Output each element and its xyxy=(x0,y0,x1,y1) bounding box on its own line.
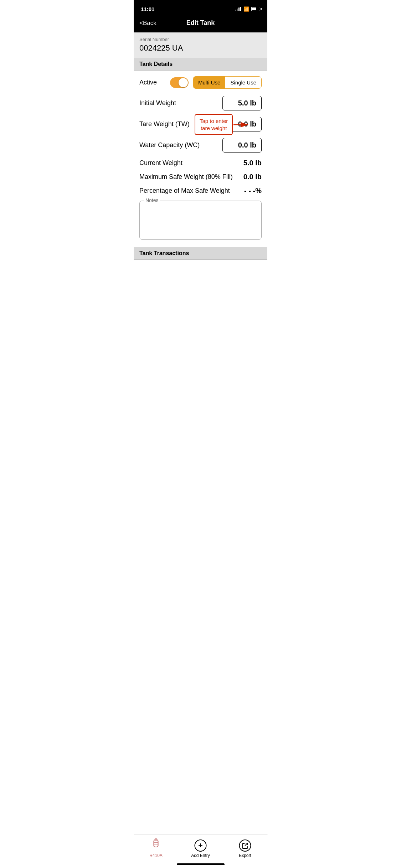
page-title: Edit Tank xyxy=(186,19,215,27)
signal-icon xyxy=(235,7,241,11)
tooltip-box: Tap to entertare weight xyxy=(195,114,233,135)
wifi-icon: 📶 xyxy=(243,6,249,12)
notes-field-wrapper: Notes xyxy=(139,201,262,240)
multi-use-button[interactable]: Multi Use xyxy=(193,77,226,88)
battery-icon xyxy=(251,7,260,11)
use-type-selector: Multi Use Single Use xyxy=(193,76,262,89)
initial-weight-label: Initial Weight xyxy=(139,99,176,107)
percentage-label: Percentage of Max Safe Weight xyxy=(139,187,230,195)
notes-label: Notes xyxy=(144,197,160,203)
active-controls: Multi Use Single Use xyxy=(170,76,262,89)
tare-tooltip: Tap to entertare weight xyxy=(195,114,251,135)
initial-weight-row: Initial Weight 5.0 lb xyxy=(139,96,262,110)
active-toggle[interactable] xyxy=(170,77,189,88)
tank-details-header: Tank Details xyxy=(134,58,267,71)
current-weight-row: Current Weight 5.0 lb xyxy=(139,159,262,167)
status-bar: 11:01 📶 xyxy=(134,0,267,16)
current-weight-value: 5.0 lb xyxy=(243,159,262,167)
back-button[interactable]: <Back xyxy=(139,20,156,27)
max-safe-weight-label: Maximum Safe Weight (80% Fill) xyxy=(139,173,233,181)
serial-number-value: 0024225 UA xyxy=(139,43,262,53)
transactions-area xyxy=(134,260,267,331)
initial-weight-input[interactable]: 5.0 lb xyxy=(222,96,262,110)
status-icons: 📶 xyxy=(235,6,260,12)
status-time: 11:01 xyxy=(141,6,154,12)
tank-transactions-header: Tank Transactions xyxy=(134,247,267,260)
nav-bar: <Back Edit Tank xyxy=(134,16,267,32)
max-safe-weight-row: Maximum Safe Weight (80% Fill) 0.0 lb xyxy=(139,173,262,181)
tare-weight-wrapper: Tare Weight (TW) 0.0 lb Tap to entertare… xyxy=(139,117,262,131)
notes-input[interactable] xyxy=(144,205,257,234)
current-weight-label: Current Weight xyxy=(139,159,182,167)
water-capacity-label: Water Capacity (WC) xyxy=(139,141,200,149)
percentage-row: Percentage of Max Safe Weight - - -% xyxy=(139,187,262,195)
water-capacity-row: Water Capacity (WC) 0.0 lb xyxy=(139,138,262,153)
tooltip-arrow-svg xyxy=(233,119,251,130)
serial-number-label: Serial Number xyxy=(139,37,262,42)
water-capacity-input[interactable]: 0.0 lb xyxy=(222,138,262,153)
tank-details-content: Active Multi Use Single Use Initial Weig… xyxy=(134,71,267,247)
serial-section: Serial Number 0024225 UA xyxy=(134,32,267,58)
active-row: Active Multi Use Single Use xyxy=(139,76,262,89)
active-label: Active xyxy=(139,79,157,86)
tare-weight-label: Tare Weight (TW) xyxy=(139,120,190,128)
percentage-value: - - -% xyxy=(244,187,262,195)
tooltip-text: Tap to entertare weight xyxy=(200,118,228,131)
toggle-knob xyxy=(179,78,188,87)
max-safe-weight-value: 0.0 lb xyxy=(243,173,262,181)
single-use-button[interactable]: Single Use xyxy=(225,77,261,88)
